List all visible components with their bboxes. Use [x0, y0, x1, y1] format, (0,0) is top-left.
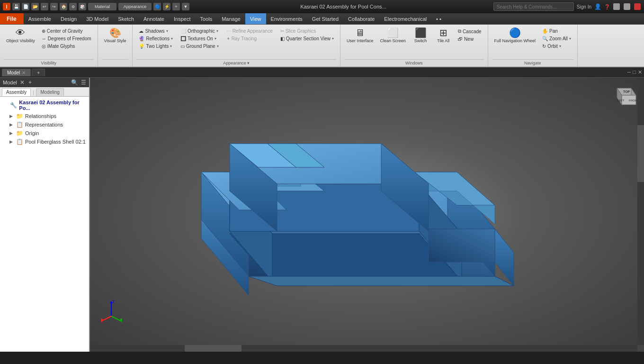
imate-glyphs-button[interactable]: ◎ iMate Glyphs: [39, 43, 94, 50]
quick-redo[interactable]: ↪: [50, 3, 58, 10]
menu-tools[interactable]: Tools: [195, 13, 217, 24]
visual-style-label: .: [102, 59, 129, 66]
slice-graphics-button[interactable]: ✂ Slice Graphics: [278, 27, 336, 35]
tree-root[interactable]: 🔧 Kasraei 02 Assembly for Po...: [0, 99, 89, 112]
full-nav-wheel-button[interactable]: 🔵 Full Navigation Wheel: [492, 27, 538, 45]
tree-pool[interactable]: ▶ 📋 Pool Fiberglass Shell 02:1: [0, 137, 89, 146]
menu-assemble[interactable]: Assemble: [24, 13, 56, 24]
imate-icon: ◎: [42, 44, 46, 49]
degrees-of-freedom-button[interactable]: ↔ Degrees of Freedom: [39, 35, 94, 42]
orthographic-button[interactable]: ⬜ Orthographic ▾: [178, 27, 221, 35]
quarter-section-button[interactable]: ◧ Quarter Section View ▾: [278, 35, 336, 42]
tab-model-close[interactable]: ✕: [22, 70, 26, 75]
quick-render[interactable]: 🔵: [153, 3, 161, 10]
menu-sketch[interactable]: Sketch: [113, 13, 139, 24]
maximize-button[interactable]: [624, 3, 630, 10]
model-tab-modeling[interactable]: Modeling: [36, 88, 64, 96]
quick-view3d[interactable]: 🎲: [79, 3, 86, 10]
menu-collaborate[interactable]: Collaborate: [343, 13, 379, 24]
viewport-maximize[interactable]: □: [633, 69, 636, 75]
menubar: File Assemble Design 3D Model Sketch Ann…: [0, 13, 644, 25]
ribbon: 👁 Object Visibility ⊕ Center of Gravity …: [0, 25, 644, 67]
cascade-button[interactable]: ⧉ Cascade: [456, 27, 483, 35]
sidebar-close[interactable]: ✕: [20, 79, 25, 86]
sidebar-add[interactable]: +: [28, 79, 32, 86]
appearance-dropdown-arrow[interactable]: ▾: [247, 61, 250, 65]
quick-save[interactable]: 💾: [12, 3, 20, 10]
menu-electromechanical[interactable]: Electromechanical: [379, 13, 431, 24]
tree-representations[interactable]: ▶ 📋 Representations: [0, 120, 89, 129]
model-tab-assembly[interactable]: Assembly: [2, 88, 31, 96]
refine-appearance-button[interactable]: ⋯ Refine Appearance: [224, 27, 275, 35]
tab-model-label: Model: [7, 70, 20, 75]
ribbon-group-windows: 🖥 User Interface ⬜ Clean Screen ⬛ Switch…: [340, 25, 488, 66]
ribbon-group-appearance: ☁ Shadows ▾ 🔮 Reflections ▾ 💡 Two Lights…: [133, 25, 340, 66]
menu-get-started[interactable]: Get Started: [307, 13, 343, 24]
quarter-icon: ◧: [280, 36, 285, 41]
ground-dropdown-arrow: ▾: [217, 44, 219, 48]
tree-origin[interactable]: ▶ 📁 Origin: [0, 129, 89, 137]
file-menu[interactable]: File: [0, 13, 24, 24]
minimize-button[interactable]: [613, 3, 620, 10]
quick-appearance[interactable]: Appearance: [118, 3, 152, 10]
help-search-input[interactable]: [493, 2, 574, 11]
refine-icon: ⋯: [226, 28, 231, 34]
menu-3dmodel[interactable]: 3D Model: [81, 13, 113, 24]
ray-tracing-button[interactable]: ✦ Ray Tracing: [224, 35, 275, 42]
switch-button[interactable]: ⬛ Switch: [410, 27, 431, 45]
menu-inspect[interactable]: Inspect: [169, 13, 195, 24]
zoom-all-button[interactable]: 🔍 Zoom All ▾: [540, 35, 573, 42]
nav-cube[interactable]: TOP LEFT FRON: [610, 83, 638, 112]
vertical-scrollbar[interactable]: [637, 78, 644, 345]
tab-model[interactable]: Model ✕: [2, 69, 31, 76]
tree: 🔧 Kasraei 02 Assembly for Po... ▶ 📁 Rela…: [0, 97, 89, 352]
quick-open[interactable]: 📂: [31, 3, 39, 10]
menu-design[interactable]: Design: [56, 13, 81, 24]
help-icon[interactable]: ❓: [604, 4, 610, 9]
textures-dropdown-arrow: ▾: [215, 36, 216, 41]
pan-button[interactable]: ✋ Pan: [540, 27, 573, 35]
model-tabs: Assembly | Modeling: [0, 87, 89, 97]
ground-plane-button[interactable]: ▭ Ground Plane ▾: [178, 43, 221, 50]
quick-home[interactable]: 🏠: [60, 3, 67, 10]
sidebar-menu[interactable]: ☰: [81, 79, 86, 86]
tile-all-button[interactable]: ⊞ Tile All: [433, 27, 454, 45]
slice-icon: ✂: [280, 28, 284, 34]
horizontal-scrollbar[interactable]: [90, 345, 637, 352]
app-logo: I: [3, 3, 10, 10]
tree-relationships[interactable]: ▶ 📁 Relationships: [0, 112, 89, 120]
tab-add[interactable]: +: [32, 69, 45, 76]
textures-on-button[interactable]: 🔲 Textures On ▾: [178, 35, 221, 42]
menu-annotate[interactable]: Annotate: [139, 13, 169, 24]
menu-manage[interactable]: Manage: [217, 13, 245, 24]
quick-material[interactable]: Material: [88, 3, 116, 10]
quick-new[interactable]: 📄: [22, 3, 29, 10]
two-lights-button[interactable]: 💡 Two Lights ▾: [136, 43, 175, 50]
viewport-close[interactable]: ✕: [638, 69, 642, 75]
viewport-minimize[interactable]: ─: [627, 69, 631, 75]
close-button[interactable]: [634, 3, 641, 10]
menu-environments[interactable]: Environments: [266, 13, 307, 24]
visual-style-button[interactable]: 🎨 Visual Style: [102, 27, 129, 45]
quick-plus[interactable]: +: [172, 3, 180, 10]
user-interface-button[interactable]: 🖥 User Interface: [344, 27, 376, 45]
center-of-gravity-button[interactable]: ⊕ Center of Gravity: [39, 27, 94, 35]
shadows-button[interactable]: ☁ Shadows ▾: [136, 27, 175, 35]
quick-settings[interactable]: ⚙: [69, 3, 77, 10]
menu-more[interactable]: ▪ ▪: [431, 13, 446, 24]
quick-sim[interactable]: ⚡: [163, 3, 170, 10]
svg-marker-21: [429, 229, 495, 262]
quick-star[interactable]: ▼: [182, 3, 189, 10]
tile-icon: ⊞: [439, 28, 447, 37]
reflections-button[interactable]: 🔮 Reflections ▾: [136, 35, 175, 42]
sidebar-search[interactable]: 🔍: [71, 79, 78, 86]
user-signin[interactable]: Sign In: [577, 4, 591, 9]
new-window-button[interactable]: 🗗 New: [456, 36, 483, 43]
ui-icon: 🖥: [355, 28, 365, 37]
orbit-button[interactable]: ↻ Orbit ▾: [540, 43, 573, 50]
object-visibility-button[interactable]: 👁 Object Visibility: [4, 27, 37, 45]
menu-view[interactable]: View: [245, 13, 266, 24]
clean-screen-button[interactable]: ⬜ Clean Screen: [378, 27, 409, 45]
viewport[interactable]: TOP LEFT FRON Z X: [90, 78, 644, 352]
quick-undo[interactable]: ↩: [41, 3, 48, 10]
